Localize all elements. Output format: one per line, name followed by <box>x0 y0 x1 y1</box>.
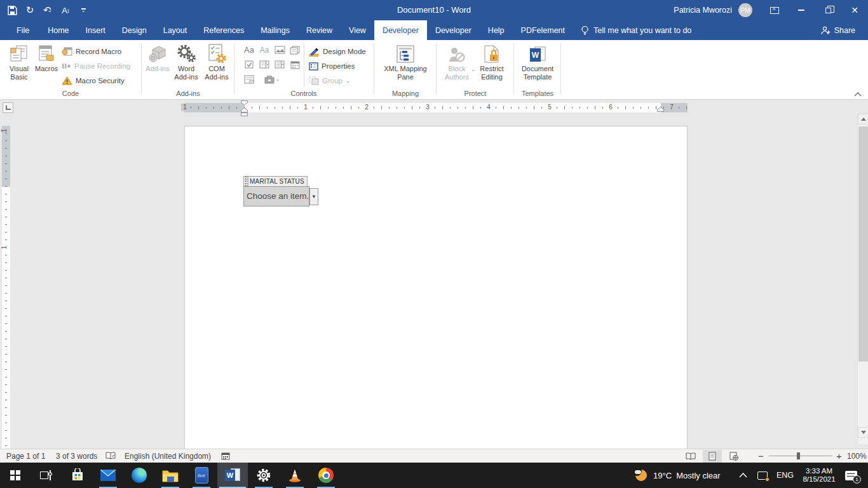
macro-security-button[interactable]: Macro Security <box>62 74 125 87</box>
tab-references[interactable]: References <box>195 20 252 40</box>
record-macro-icon <box>62 47 72 56</box>
tab-stop-selector[interactable] <box>3 102 13 113</box>
document-template-button[interactable]: W Document Template <box>517 42 558 81</box>
scroll-up-icon[interactable] <box>858 114 868 125</box>
tab-developer-active[interactable]: Developer <box>374 20 427 40</box>
group-button[interactable]: Group ⌄ <box>309 74 350 87</box>
legacy-tools-icon[interactable]: ⌄ <box>257 72 287 86</box>
pause-recording-button[interactable]: Pause Recording <box>62 60 130 72</box>
zoom-in-icon[interactable]: + <box>836 449 842 463</box>
ribbon-display-options-icon[interactable] <box>761 0 788 20</box>
tab-file[interactable]: File <box>6 20 39 40</box>
scroll-down-icon[interactable] <box>858 427 868 438</box>
mail-button[interactable] <box>93 463 123 488</box>
restrict-editing-button[interactable]: Restrict Editing <box>475 42 508 81</box>
macros-button[interactable]: Macros <box>33 42 60 73</box>
file-explorer-button[interactable] <box>155 463 186 488</box>
plain-text-control-icon[interactable]: Aa <box>257 43 272 57</box>
read-aloud-icon[interactable]: A) <box>60 3 71 18</box>
tab-developer-2[interactable]: Developer <box>427 20 480 40</box>
checkbox-control-icon[interactable] <box>241 57 257 72</box>
rich-text-control-icon[interactable]: Aa <box>241 43 257 57</box>
tab-layout[interactable]: Layout <box>155 20 196 40</box>
edge-button[interactable] <box>124 463 154 488</box>
settings-button[interactable] <box>248 463 279 488</box>
windows-logo-icon <box>10 470 20 480</box>
task-view-button[interactable] <box>31 463 61 488</box>
language-status[interactable]: English (United Kingdom) <box>125 449 211 463</box>
picture-control-icon[interactable] <box>272 43 287 57</box>
tab-help[interactable]: Help <box>480 20 513 40</box>
building-block-gallery-control-icon[interactable] <box>287 43 302 57</box>
content-control-tag[interactable]: MARITAL STATUS <box>243 176 308 187</box>
web-layout-icon[interactable] <box>724 450 743 463</box>
document-page[interactable]: MARITAL STATUS Choose an item. ▼ <box>184 126 688 449</box>
dropdown-arrow-button[interactable]: ▼ <box>309 188 318 205</box>
date-picker-control-icon[interactable] <box>287 57 302 72</box>
tab-insert[interactable]: Insert <box>78 20 114 40</box>
microsoft-store-button[interactable] <box>62 463 93 488</box>
read-mode-icon[interactable] <box>681 450 700 463</box>
share-button[interactable]: Share <box>821 20 868 40</box>
zoom-slider[interactable] <box>769 456 832 456</box>
vlc-button[interactable] <box>280 463 310 488</box>
com-addins-button[interactable]: COM Add-ins <box>202 42 231 81</box>
proofing-status-icon[interactable] <box>105 449 116 463</box>
tab-home[interactable]: Home <box>39 20 77 40</box>
addins-button[interactable]: Add-ins <box>145 42 170 73</box>
minimize-icon[interactable] <box>788 0 815 20</box>
start-button[interactable] <box>0 463 31 488</box>
tab-pdfelement[interactable]: PDFelement <box>513 20 573 40</box>
properties-icon <box>309 62 318 71</box>
macro-recording-icon[interactable] <box>221 449 230 463</box>
tell-me-search[interactable]: Tell me what you want to do <box>573 20 699 40</box>
word-count[interactable]: 3 of 3 words <box>56 449 97 463</box>
tray-display-button[interactable] <box>757 463 768 488</box>
zoom-level[interactable]: 100% <box>847 449 867 463</box>
hanging-indent-marker[interactable] <box>241 107 248 112</box>
right-indent-marker[interactable] <box>657 107 664 112</box>
language-indicator[interactable]: ENG <box>776 463 794 488</box>
live-app-button[interactable]: live <box>186 463 217 488</box>
customize-qat-icon[interactable]: ⌄ <box>78 3 89 18</box>
repeat-icon[interactable]: ↻ <box>24 3 36 18</box>
tab-design[interactable]: Design <box>114 20 155 40</box>
tab-review[interactable]: Review <box>298 20 341 40</box>
word-addins-button[interactable]: Word Add-ins <box>172 42 201 81</box>
word-addins-gears-icon <box>176 42 196 65</box>
combo-box-control-icon[interactable] <box>257 57 272 72</box>
record-macro-button[interactable]: Record Macro <box>62 45 121 58</box>
properties-button[interactable]: Properties <box>309 60 355 72</box>
xml-mapping-pane-button[interactable]: XML Mapping Pane <box>379 42 432 81</box>
avatar[interactable]: PM <box>738 3 752 17</box>
save-icon[interactable] <box>6 3 18 18</box>
tray-expand-button[interactable] <box>739 463 747 488</box>
content-control-handle-icon[interactable] <box>244 177 248 186</box>
account-user-name[interactable]: Patricia Mworozi <box>674 6 732 15</box>
clock[interactable]: 3:33 AM 8/15/2021 <box>799 463 839 488</box>
design-mode-button[interactable]: Design Mode <box>309 45 366 58</box>
close-icon[interactable]: ✕ <box>841 0 868 20</box>
zoom-slider-thumb[interactable] <box>797 452 800 459</box>
scrollbar-thumb[interactable] <box>858 126 868 362</box>
first-line-indent-marker[interactable] <box>241 100 248 105</box>
tab-view[interactable]: View <box>341 20 374 40</box>
weather-widget[interactable]: 19°C Mostly clear <box>634 463 721 488</box>
zoom-out-icon[interactable]: − <box>758 449 764 463</box>
block-authors-button[interactable]: Block Authors ⌄ <box>440 42 474 81</box>
visual-basic-button[interactable]: Visual Basic <box>5 42 33 81</box>
chrome-button[interactable] <box>311 463 341 488</box>
collapse-ribbon-icon[interactable] <box>854 92 862 97</box>
dropdown-list-control-icon[interactable] <box>272 57 287 72</box>
word-taskbar-button[interactable]: W <box>217 463 248 488</box>
vertical-scrollbar[interactable] <box>857 114 868 444</box>
action-center-button[interactable]: 1 <box>845 463 857 488</box>
restore-icon[interactable] <box>815 0 841 20</box>
dropdown-content-control[interactable]: Choose an item. <box>243 186 309 207</box>
page-info[interactable]: Page 1 of 1 <box>6 449 45 463</box>
tab-mailings[interactable]: Mailings <box>252 20 298 40</box>
print-layout-icon[interactable] <box>703 450 722 463</box>
repeating-section-control-icon[interactable] <box>241 72 257 86</box>
left-indent-marker[interactable] <box>241 112 248 116</box>
undo-icon[interactable]: ↶⌄ <box>42 3 53 18</box>
